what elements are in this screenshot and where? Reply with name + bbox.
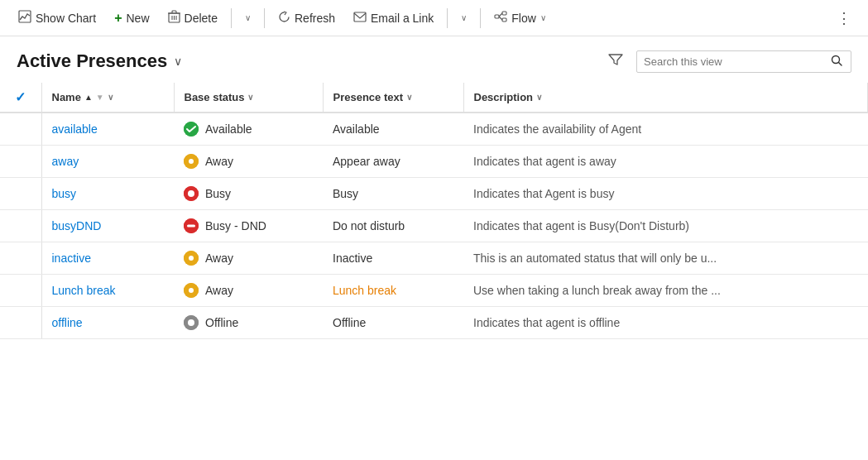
- filter-button[interactable]: [603, 50, 628, 73]
- table-row: awayAwayAppear awayIndicates that agent …: [0, 146, 868, 178]
- status-dot-icon: [184, 315, 199, 330]
- new-label: New: [127, 12, 150, 25]
- svg-line-11: [499, 17, 502, 20]
- data-table: ✓ Name ▲ ▼ ∨ Base status ∨: [0, 83, 868, 339]
- flow-button[interactable]: Flow ∨: [486, 6, 554, 30]
- row-name[interactable]: available: [41, 113, 174, 146]
- row-name-link[interactable]: away: [52, 155, 79, 168]
- plus-icon: +: [114, 11, 122, 26]
- table-row: Lunch breakAwayLunch breakUse when takin…: [0, 275, 868, 307]
- base-status-column-header[interactable]: Base status ∨: [174, 83, 323, 113]
- view-title-chevron-icon[interactable]: ∨: [174, 55, 182, 68]
- flow-chevron-icon: ∨: [540, 13, 546, 22]
- svg-point-18: [188, 190, 194, 197]
- row-name[interactable]: busy: [41, 178, 174, 210]
- row-checkbox[interactable]: [0, 307, 41, 339]
- row-name-link[interactable]: inactive: [52, 252, 91, 265]
- status-dot-icon: [184, 122, 199, 137]
- search-button[interactable]: [829, 55, 844, 69]
- row-description: Indicates that agent is away: [463, 146, 868, 178]
- row-checkbox[interactable]: [0, 113, 41, 146]
- table-header-row: ✓ Name ▲ ▼ ∨ Base status ∨: [0, 83, 868, 113]
- row-presence-text: Lunch break: [323, 275, 463, 307]
- name-column-header[interactable]: Name ▲ ▼ ∨: [41, 83, 174, 113]
- table-row: busyDNDBusy - DNDDo not disturbIndicates…: [0, 210, 868, 242]
- dropdown-chevron-2[interactable]: ∨: [453, 8, 475, 27]
- delete-button[interactable]: Delete: [160, 5, 226, 31]
- separator-3: [447, 8, 448, 28]
- separator-1: [231, 8, 232, 28]
- status-dot-icon: [184, 186, 199, 201]
- svg-rect-8: [502, 12, 506, 15]
- row-name-link[interactable]: busy: [52, 187, 77, 200]
- more-options-button[interactable]: ⋮: [830, 6, 858, 31]
- email-icon: [353, 11, 367, 25]
- row-base-status: Busy: [174, 178, 323, 210]
- row-description: Use when taking a lunch break away from …: [463, 275, 868, 307]
- row-name[interactable]: offline: [41, 307, 174, 339]
- flow-label: Flow: [511, 12, 536, 25]
- row-checkbox[interactable]: [0, 210, 41, 242]
- description-column-header[interactable]: Description ∨: [463, 83, 868, 113]
- presence-text-column-header[interactable]: Presence text ∨: [323, 83, 463, 113]
- status-label: Away: [205, 284, 233, 297]
- row-checkbox[interactable]: [0, 242, 41, 275]
- row-presence-text: Do not disturb: [323, 210, 463, 242]
- row-name-link[interactable]: available: [52, 122, 98, 136]
- row-checkbox[interactable]: [0, 275, 41, 307]
- checkbox-column-header[interactable]: ✓: [0, 83, 41, 113]
- row-presence-text: Offline: [323, 307, 463, 339]
- row-name-link[interactable]: Lunch break: [52, 284, 116, 297]
- row-name-link[interactable]: busyDND: [52, 219, 102, 232]
- search-box: [636, 50, 851, 73]
- flow-icon: [494, 11, 507, 25]
- base-status-col-chevron-icon[interactable]: ∨: [247, 93, 253, 102]
- row-description: Indicates that agent is offline: [463, 307, 868, 339]
- row-checkbox[interactable]: [0, 178, 41, 210]
- email-link-button[interactable]: Email a Link: [345, 6, 442, 30]
- table-row: availableAvailableAvailableIndicates the…: [0, 113, 868, 146]
- table-row: inactiveAwayInactiveThis is an automated…: [0, 242, 868, 275]
- row-base-status: Offline: [174, 307, 323, 339]
- row-name[interactable]: away: [41, 146, 174, 178]
- name-sort-desc-icon: ▼: [96, 93, 104, 102]
- row-name-link[interactable]: offline: [52, 316, 83, 329]
- row-checkbox[interactable]: [0, 146, 41, 178]
- row-presence-text: Available: [323, 113, 463, 146]
- email-link-label: Email a Link: [371, 12, 434, 25]
- chart-icon: [18, 10, 31, 26]
- table-container: ✓ Name ▲ ▼ ∨ Base status ∨: [0, 83, 868, 339]
- name-col-chevron-icon[interactable]: ∨: [108, 93, 113, 102]
- row-base-status: Away: [174, 275, 323, 307]
- row-description: This is an automated status that will on…: [463, 242, 868, 275]
- row-presence-text: Appear away: [323, 146, 463, 178]
- svg-point-16: [189, 159, 194, 164]
- status-label: Away: [205, 252, 233, 265]
- separator-2: [264, 8, 265, 28]
- show-chart-button[interactable]: Show Chart: [10, 5, 104, 31]
- row-presence-text: Busy: [323, 178, 463, 210]
- row-description: Indicates that Agent is busy: [463, 178, 868, 210]
- status-label: Busy - DND: [205, 219, 266, 232]
- row-name[interactable]: busyDND: [41, 210, 174, 242]
- delete-label: Delete: [185, 12, 218, 25]
- refresh-button[interactable]: Refresh: [270, 6, 343, 31]
- row-name[interactable]: inactive: [41, 242, 174, 275]
- search-input[interactable]: [644, 55, 829, 68]
- name-sort-asc-icon: ▲: [84, 93, 93, 102]
- status-dot-icon: [184, 218, 199, 233]
- refresh-label: Refresh: [295, 12, 335, 25]
- row-description: Indicates that agent is Busy(Don't Distu…: [463, 210, 868, 242]
- dropdown-chevron-1[interactable]: ∨: [237, 8, 259, 27]
- row-base-status: Away: [174, 146, 323, 178]
- description-col-chevron-icon[interactable]: ∨: [536, 93, 542, 102]
- row-name[interactable]: Lunch break: [41, 275, 174, 307]
- status-dot-icon: [184, 251, 199, 266]
- svg-rect-6: [354, 12, 366, 22]
- row-description: Indicates the availability of Agent: [463, 113, 868, 146]
- svg-point-22: [189, 256, 194, 261]
- header-actions: [603, 50, 851, 73]
- new-button[interactable]: + New: [106, 6, 157, 31]
- base-status-col-label: Base status: [185, 91, 245, 103]
- presence-text-col-chevron-icon[interactable]: ∨: [406, 93, 412, 102]
